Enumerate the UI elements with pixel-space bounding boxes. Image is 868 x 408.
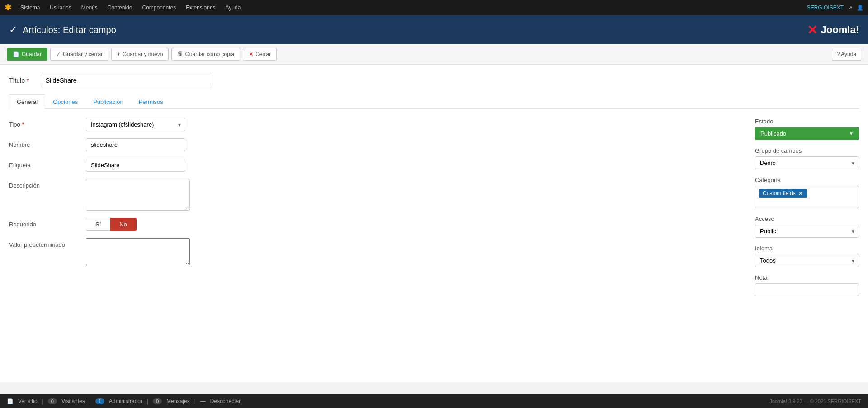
nav-componentes[interactable]: Componentes [137,2,180,14]
page-title: Artículos: Editar campo [23,25,807,35]
acceso-label: Acceso [755,216,859,222]
idioma-label: Idioma [755,245,859,252]
estado-section: Estado Publicado ▼ [755,118,859,140]
category-tag-text: Custom fields [763,190,796,197]
user-profile-icon[interactable]: 👤 [857,5,863,11]
idioma-select[interactable]: Todos [755,254,859,267]
page-header: ✓ Artículos: Editar campo ✕ Joomla! [0,15,868,44]
tab-opciones[interactable]: Opciones [45,94,85,109]
acceso-select[interactable]: Public [755,225,859,238]
estado-value: Publicado [760,130,786,137]
form-layout: Tipo * Instagram (cfslideshare) ▼ Nombre… [9,118,859,304]
copy-icon: 🗐 [177,51,183,57]
close-icon: ✕ [249,51,253,57]
title-input[interactable] [41,74,212,87]
close-button[interactable]: ✕ Cerrar [243,48,277,61]
idioma-section: Idioma Todos ▼ [755,245,859,267]
save-icon: 📄 [13,51,19,57]
tipo-label: Tipo * [9,118,81,128]
descripcion-label: Descripción [9,179,81,189]
nav-usuarios[interactable]: Usuarios [45,2,75,14]
form-main: Tipo * Instagram (cfslideshare) ▼ Nombre… [9,118,741,304]
nombre-input[interactable] [86,138,185,151]
categoria-section: Categoría Custom fields ✕ [755,177,859,208]
tab-bar: General Opciones Publicación Permisos [9,94,859,109]
user-section: SERGIOISEXT ↗ 👤 [807,5,863,11]
tab-permisos[interactable]: Permisos [131,94,171,109]
valor-predeterminado-textarea[interactable] [86,238,190,265]
tipo-select[interactable]: Instagram (cfslideshare) [86,118,185,131]
user-link[interactable]: SERGIOISEXT [807,5,844,11]
categoria-tag: Custom fields ✕ [759,189,807,198]
valor-predeterminado-label: Valor predeterminado [9,238,81,248]
estado-button[interactable]: Publicado ▼ [755,127,859,140]
joomla-logo: ✕ Joomla! [807,23,859,38]
chevron-down-icon: ▼ [849,131,854,136]
help-icon: ? [837,51,840,57]
tipo-select-wrap: Instagram (cfslideshare) ▼ [86,118,185,131]
nota-label: Nota [755,274,859,281]
requerido-toggle: Sí No [86,218,137,231]
etiqueta-row: Etiqueta [9,159,741,172]
categoria-box[interactable]: Custom fields ✕ [755,186,859,208]
descripcion-textarea[interactable] [86,179,190,211]
grupo-campos-label: Grupo de campos [755,147,859,154]
tipo-row: Tipo * Instagram (cfslideshare) ▼ [9,118,741,131]
main-content: Título * General Opciones Publicación Pe… [0,65,868,382]
category-remove-icon[interactable]: ✕ [798,190,803,197]
grupo-campos-select[interactable]: Demo [755,156,859,169]
nav-menu: Sistema Usuarios Menús Contenido Compone… [16,2,807,14]
descripcion-row: Descripción [9,179,741,211]
nombre-row: Nombre [9,138,741,151]
idioma-select-wrap: Todos ▼ [755,254,859,267]
form-sidebar: Estado Publicado ▼ Grupo de campos Demo … [755,118,859,304]
top-navigation: ✱ Sistema Usuarios Menús Contenido Compo… [0,0,868,15]
grupo-campos-select-wrap: Demo ▼ [755,156,859,169]
puzzle-icon: ✓ [9,24,17,36]
save-copy-button[interactable]: 🗐 Guardar como copia [171,48,240,61]
joomla-nav-icon: ✱ [5,3,11,13]
nav-menus[interactable]: Menús [77,2,102,14]
nota-input[interactable] [755,283,859,296]
nota-section: Nota [755,274,859,296]
title-row: Título * [9,74,859,87]
estado-label: Estado [755,118,859,125]
plus-icon: + [117,51,120,57]
valor-predeterminado-row: Valor predeterminado [9,238,741,265]
nav-extensiones[interactable]: Extensiones [181,2,220,14]
toolbar: 📄 Guardar ✓ Guardar y cerrar + Guardar y… [0,44,868,65]
etiqueta-input[interactable] [86,159,185,172]
requerido-si-button[interactable]: Sí [86,218,110,231]
check-icon: ✓ [56,51,61,57]
nav-contenido[interactable]: Contenido [103,2,137,14]
save-close-button[interactable]: ✓ Guardar y cerrar [50,48,108,61]
categoria-label: Categoría [755,177,859,183]
tab-general[interactable]: General [9,94,45,109]
save-new-button[interactable]: + Guardar y nuevo [111,48,169,61]
requerido-label: Requerido [9,218,81,228]
help-button[interactable]: ? Ayuda [832,48,861,61]
grupo-campos-section: Grupo de campos Demo ▼ [755,147,859,169]
nombre-label: Nombre [9,138,81,148]
tab-publicacion[interactable]: Publicación [85,94,131,109]
etiqueta-label: Etiqueta [9,159,81,169]
nav-ayuda[interactable]: Ayuda [221,2,245,14]
acceso-select-wrap: Public ▼ [755,225,859,238]
requerido-row: Requerido Sí No [9,218,741,231]
nav-sistema[interactable]: Sistema [16,2,44,14]
requerido-no-button[interactable]: No [110,218,137,231]
title-label: Título * [9,77,36,84]
save-button[interactable]: 📄 Guardar [7,48,47,61]
acceso-section: Acceso Public ▼ [755,216,859,238]
